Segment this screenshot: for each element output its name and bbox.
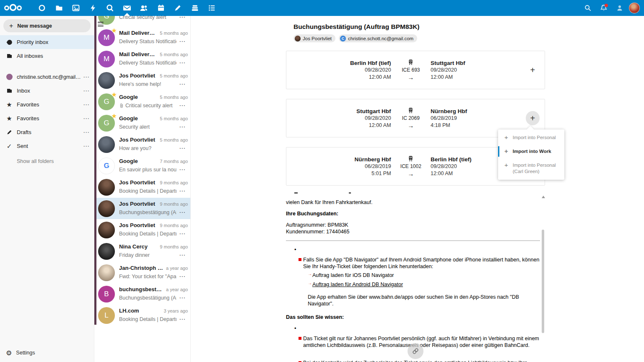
more-actions-button[interactable]: ⋯ (81, 87, 91, 95)
search-icon[interactable] (581, 0, 595, 16)
scrollbar-thumb[interactable] (542, 230, 544, 333)
red-square-bullet (299, 337, 301, 340)
list-item[interactable]: G ★ Google 5 months ago Security alert ⋯ (94, 112, 190, 134)
inbox-icon (6, 88, 13, 94)
more-actions-button[interactable]: ⋯ (177, 59, 188, 67)
nextcloud-logo[interactable] (0, 0, 26, 16)
user-avatar[interactable] (629, 3, 640, 13)
body-list-item: Bei der Kontrolle wird der Zugbegleiter … (299, 359, 540, 362)
more-actions-button[interactable]: ⋯ (177, 273, 188, 280)
more-actions-button[interactable]: ⋯ (81, 115, 91, 122)
sidebar-item-inbox[interactable]: Inbox ⋯ (0, 84, 94, 98)
link-button[interactable] (408, 343, 423, 359)
app-notes-icon[interactable] (169, 0, 187, 16)
recipient-chip[interactable]: C christine.schott.nc@gmail.com (339, 34, 417, 42)
sidebar-item-priority-inbox[interactable]: Priority inbox (0, 35, 94, 49)
sender-chip[interactable]: Jos Poortvliet (293, 34, 335, 42)
menu-toggle-icon[interactable] (98, 22, 104, 26)
message-date: 5 months ago (160, 31, 188, 36)
list-item[interactable]: ★ Jos Poortvliet 9 months ago Booking De… (94, 219, 190, 240)
more-actions-button[interactable]: ⋯ (177, 38, 188, 45)
more-actions-button[interactable]: ⋯ (177, 166, 188, 173)
list-item[interactable]: ★ Jos Poortvliet 5 months ago How are yo… (94, 134, 190, 155)
sidebar-item-favorites[interactable]: ★ Favorites ⋯ (0, 98, 94, 111)
priority-inbox-icon (6, 39, 13, 46)
more-actions-button[interactable]: ⋯ (81, 129, 91, 136)
list-item[interactable]: ★ Jos Poortvliet 9 months ago Buchungsbe… (94, 198, 190, 219)
sender-name: buchungsbestaetigung@... (119, 286, 164, 292)
settings-button[interactable]: ⚙ Settings (0, 346, 94, 359)
more-actions-button[interactable]: ⋯ (81, 101, 91, 109)
sidebar-item-favorites-2[interactable]: ★ Favorites ⋯ (0, 111, 94, 125)
list-item[interactable]: ★ Jos Poortvliet 5 months ago Here's som… (94, 70, 190, 91)
list-item[interactable]: M ★ Mail Delivery Subsystem 5 months ago… (94, 48, 190, 70)
folder-sidebar: + New message Priority inbox All inboxes… (0, 16, 94, 362)
list-item[interactable]: ★ Jos Poortvliet 9 months ago Booking De… (94, 176, 190, 198)
message-subject: En savoir plus sur la nouvelle ... (119, 167, 177, 173)
scroll-up-arrow[interactable] (542, 196, 545, 198)
app-talk-icon[interactable] (101, 0, 119, 16)
arrival-date: 09/28/2020 (431, 67, 525, 74)
menu-item[interactable]: + Import into Personal (Carl Green) (498, 158, 564, 178)
more-actions-button[interactable]: ⋯ (177, 145, 188, 152)
arrival-info: Nürnberg Hbf 06/28/2019 4:18 PM (431, 108, 525, 129)
list-item[interactable]: G ★ Google 7 months ago En savoir plus s… (94, 155, 190, 176)
more-actions-button[interactable]: ⋯ (177, 187, 188, 195)
app-contacts-icon[interactable] (135, 0, 153, 16)
list-item[interactable]: B ★ buchungsbestaetigung@... a year ago … (94, 283, 190, 305)
notifications-bell-icon[interactable] (597, 0, 610, 16)
show-all-folders-button[interactable]: Show all folders (0, 154, 94, 168)
app-dashboard-icon[interactable] (34, 0, 51, 16)
app-photos-icon[interactable] (68, 0, 85, 16)
more-actions-button[interactable]: ⋯ (177, 294, 188, 302)
more-actions-button[interactable]: ⋯ (177, 251, 188, 259)
import-event-button[interactable]: + (526, 63, 540, 77)
body-scrollbar[interactable] (541, 194, 545, 362)
more-actions-button[interactable]: ⋯ (177, 209, 188, 216)
sidebar-item-sent[interactable]: ✓ Sent ⋯ (0, 139, 94, 153)
list-scrollbar[interactable] (94, 16, 96, 325)
list-item[interactable]: G ★ Critical security alert ⋯ (94, 16, 190, 27)
sidebar-item-label: Sent (17, 143, 81, 149)
avatar-letter: B (104, 290, 109, 298)
message-subject: Security alert (119, 124, 177, 130)
more-actions-button[interactable]: ⋯ (177, 315, 188, 323)
app-calendar-icon[interactable] (153, 0, 170, 16)
avatar: ★ (98, 243, 115, 260)
message-date: 5 months ago (160, 137, 188, 142)
app-mail-icon[interactable] (119, 0, 136, 16)
list-item[interactable]: M ★ Mail Delivery Subsystem 5 months ago… (94, 27, 190, 48)
more-actions-button[interactable]: ⋯ (177, 123, 188, 131)
more-actions-button[interactable]: ⋯ (177, 80, 188, 88)
new-message-button[interactable]: + New message (3, 19, 91, 32)
more-actions-button[interactable]: ⋯ (177, 102, 188, 109)
list-item[interactable]: ★ Nina Cercy 9 months ago Friday dinner … (94, 240, 190, 262)
avatar: M ★ (98, 29, 115, 46)
message-date: a year ago (166, 266, 188, 271)
app-deck-icon[interactable] (187, 0, 204, 16)
sidebar-item-account[interactable]: christine.schott.nc@gmail.com ⋯ (0, 70, 94, 84)
app-tasks-icon[interactable] (203, 0, 221, 16)
app-files-icon[interactable] (51, 0, 68, 16)
more-actions-button[interactable]: ⋯ (177, 16, 188, 21)
sidebar-item-drafts[interactable]: Drafts ⋯ (0, 125, 94, 139)
body-heading: Das sollten Sie wissen: (286, 314, 540, 321)
departure-info: Berlin Hbf (tief) 09/28/2020 12:00 AM (327, 59, 391, 81)
ios-download-link[interactable]: Auftrag laden für iOS DB Navigator (312, 272, 394, 278)
list-item[interactable]: ★ Jan-Christoph Borchardt a year ago Fwd… (94, 262, 190, 283)
attachment-paperclip-icon (119, 103, 124, 108)
message-subject: Buchungsbestätigung (Auftra... (119, 209, 177, 215)
menu-item[interactable]: + Import into Work (498, 145, 564, 158)
more-actions-button[interactable]: ⋯ (81, 73, 91, 81)
sidebar-item-all-inboxes[interactable]: All inboxes (0, 49, 94, 63)
menu-item[interactable]: + Import into Personal (498, 131, 564, 145)
import-event-button[interactable]: + (526, 111, 540, 125)
android-download-link[interactable]: Auftrag laden für Android DB Navigator (312, 282, 403, 287)
more-actions-button[interactable]: ⋯ (81, 142, 91, 150)
contacts-menu-icon[interactable] (613, 0, 626, 16)
list-item[interactable]: L ★ LH.com 3 years ago Booking Details |… (94, 305, 190, 326)
more-actions-button[interactable]: ⋯ (177, 230, 188, 238)
list-item[interactable]: G ★ Google 5 months ago Critical securit… (94, 91, 190, 112)
sender-name: Jos Poortvliet (119, 137, 157, 143)
app-activity-icon[interactable] (85, 0, 102, 16)
